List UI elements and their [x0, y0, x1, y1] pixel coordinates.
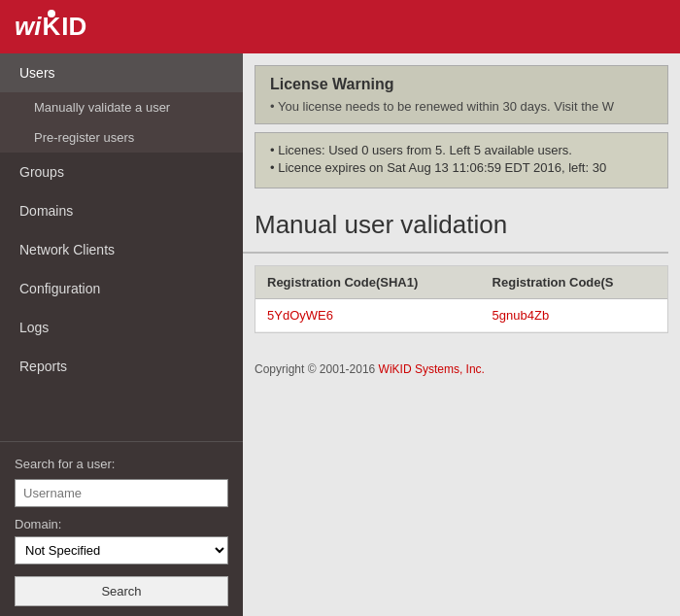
header: wi K ID — [0, 0, 680, 53]
license-warning-title: License Warning — [270, 76, 653, 93]
validation-table: Registration Code(SHA1) Registration Cod… — [255, 266, 667, 332]
footer-copyright: Copyright © 2001-2016 — [255, 362, 379, 376]
logo: wi K ID — [15, 12, 86, 42]
sidebar-item-domains[interactable]: Domains — [0, 191, 243, 230]
col-header-sha1: Registration Code(SHA1) — [255, 266, 481, 299]
code2-link[interactable]: 5gnub4Zb — [493, 308, 550, 323]
search-button[interactable]: Search — [15, 576, 228, 606]
logo-id: ID — [61, 12, 86, 42]
cell-code2: 5gnub4Zb — [481, 299, 667, 332]
logo-dot — [48, 10, 55, 17]
footer: Copyright © 2001-2016 WiKID Systems, Inc… — [243, 348, 680, 391]
search-for-user-label: Search for a user: — [15, 457, 228, 471]
sidebar-item-manually-validate[interactable]: Manually validate a user — [0, 92, 243, 122]
sidebar: Users Manually validate a user Pre-regis… — [0, 53, 243, 616]
info-line-1: Licenes: Used 0 users from 5. Left 5 ava… — [270, 143, 653, 157]
sidebar-item-network-clients[interactable]: Network Clients — [0, 230, 243, 269]
footer-link[interactable]: WiKID Systems, Inc. — [379, 362, 485, 376]
domain-label: Domain: — [15, 517, 228, 531]
content-area: License Warning You license needs to be … — [243, 53, 680, 616]
license-warning-box: License Warning You license needs to be … — [255, 65, 668, 124]
sidebar-item-configuration[interactable]: Configuration — [0, 269, 243, 308]
domain-select[interactable]: Not Specified — [15, 536, 228, 565]
table-header: Registration Code(SHA1) Registration Cod… — [255, 266, 667, 299]
cell-sha1: 5YdOyWE6 — [255, 299, 481, 332]
sidebar-item-logs[interactable]: Logs — [0, 308, 243, 347]
sidebar-item-pre-register[interactable]: Pre-register users — [0, 122, 243, 153]
col-header-code2: Registration Code(S — [481, 266, 667, 299]
license-warning-message: You license needs to be renewed within 3… — [270, 99, 653, 114]
table-row: 5YdOyWE6 5gnub4Zb — [255, 299, 667, 332]
logo-wi: wi — [15, 12, 41, 42]
table-header-row: Registration Code(SHA1) Registration Cod… — [255, 266, 667, 299]
validation-table-container: Registration Code(SHA1) Registration Cod… — [255, 265, 668, 333]
sidebar-search-section: Search for a user: Domain: Not Specified… — [0, 441, 243, 616]
page-title: Manual user validation — [243, 200, 668, 254]
sha1-link[interactable]: 5YdOyWE6 — [267, 308, 333, 323]
table-body: 5YdOyWE6 5gnub4Zb — [255, 299, 667, 332]
search-input[interactable] — [15, 479, 228, 507]
info-line-2: Licence expires on Sat Aug 13 11:06:59 E… — [270, 160, 653, 175]
sidebar-item-users[interactable]: Users — [0, 53, 243, 92]
sidebar-item-reports[interactable]: Reports — [0, 347, 243, 386]
info-box: Licenes: Used 0 users from 5. Left 5 ava… — [255, 132, 668, 188]
main-layout: Users Manually validate a user Pre-regis… — [0, 53, 680, 616]
sidebar-item-groups[interactable]: Groups — [0, 153, 243, 191]
